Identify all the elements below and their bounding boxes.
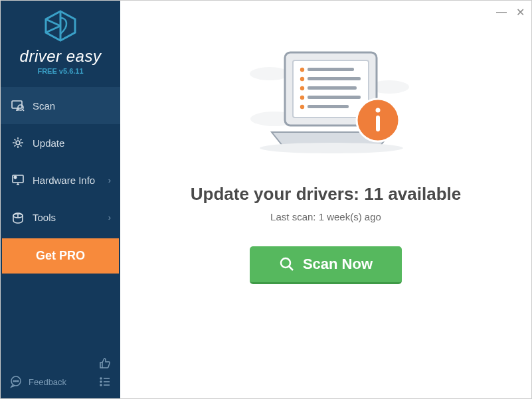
close-button[interactable]: ✕ — [516, 6, 525, 19]
headline-text: Update your drivers: 11 available — [191, 184, 462, 204]
svg-point-21 — [100, 378, 102, 379]
svg-rect-36 — [308, 77, 361, 80]
sidebar-item-tools[interactable]: Tools › — [1, 199, 120, 236]
scan-now-button[interactable]: Scan Now — [250, 246, 402, 284]
app-name: driver easy — [1, 47, 120, 66]
last-scan-text: Last scan: 1 week(s) ago — [270, 211, 381, 222]
get-pro-button[interactable]: Get PRO — [2, 238, 119, 274]
svg-point-39 — [300, 96, 304, 100]
app-version: FREE v5.6.11 — [1, 67, 120, 75]
sidebar-nav: Scan Update ! Hardware Inf — [1, 87, 120, 274]
svg-point-25 — [100, 384, 102, 386]
app-logo-icon — [1, 10, 120, 44]
sidebar-item-label: Tools — [33, 212, 56, 223]
svg-rect-46 — [376, 116, 380, 131]
monitor-info-icon: ! — [11, 173, 25, 187]
window-controls: — ✕ — [496, 6, 525, 19]
svg-point-23 — [100, 381, 102, 382]
get-pro-label: Get PRO — [36, 249, 85, 262]
main-content: Update your drivers: 11 available Last s… — [120, 1, 531, 284]
svg-text:!: ! — [15, 176, 15, 179]
toolbox-icon — [11, 210, 25, 224]
svg-line-8 — [23, 110, 24, 111]
svg-point-27 — [250, 67, 290, 80]
svg-line-2 — [46, 19, 60, 26]
sidebar: driver easy FREE v5.6.11 Scan — [1, 1, 120, 398]
sidebar-item-label: Update — [33, 137, 64, 149]
svg-rect-34 — [308, 68, 354, 71]
svg-rect-42 — [308, 105, 349, 108]
chevron-right-icon: › — [108, 212, 111, 222]
main-panel: — ✕ — [120, 1, 531, 398]
magnifier-icon — [279, 256, 295, 272]
svg-point-37 — [300, 86, 304, 90]
sidebar-item-scan[interactable]: Scan — [1, 87, 120, 124]
chevron-right-icon: › — [108, 175, 111, 185]
sidebar-item-label: Scan — [33, 100, 55, 112]
svg-rect-40 — [308, 96, 361, 99]
svg-point-41 — [300, 105, 304, 109]
svg-line-3 — [46, 26, 60, 33]
sidebar-item-update[interactable]: Update — [1, 124, 120, 161]
feedback-button[interactable]: Feedback — [9, 374, 66, 389]
scan-button-label: Scan Now — [303, 256, 373, 273]
sidebar-item-label: Hardware Info — [33, 175, 95, 186]
feedback-label: Feedback — [29, 377, 66, 387]
svg-point-35 — [300, 77, 304, 81]
scan-icon — [11, 99, 25, 112]
thumbs-up-icon[interactable] — [98, 356, 112, 370]
svg-line-48 — [289, 266, 293, 270]
svg-point-32 — [260, 143, 403, 153]
svg-point-47 — [281, 258, 290, 268]
svg-point-18 — [13, 380, 15, 382]
logo-block: driver easy FREE v5.6.11 — [1, 1, 120, 80]
sidebar-item-hardware-info[interactable]: ! Hardware Info › — [1, 161, 120, 199]
svg-point-9 — [16, 141, 20, 145]
minimize-button[interactable]: — — [496, 6, 507, 19]
svg-point-33 — [300, 68, 304, 72]
chat-icon — [9, 374, 23, 389]
gear-icon — [11, 136, 25, 149]
laptop-illustration — [233, 40, 419, 169]
list-icon[interactable] — [98, 374, 112, 389]
svg-point-19 — [15, 380, 17, 382]
svg-point-20 — [17, 380, 19, 382]
sidebar-footer: Feedback — [1, 349, 120, 398]
svg-rect-38 — [308, 86, 357, 90]
svg-point-45 — [375, 108, 380, 113]
